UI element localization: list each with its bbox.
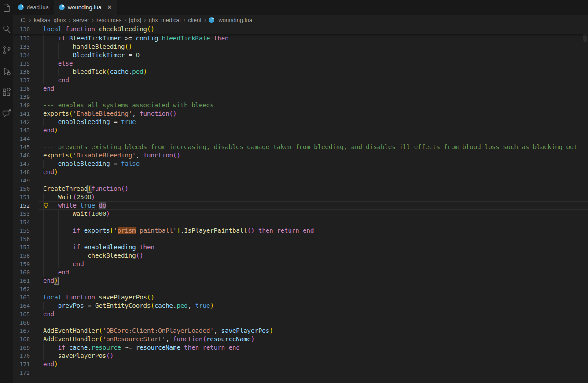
line-number[interactable]: 142 — [13, 118, 30, 126]
close-icon[interactable]: ✕ — [107, 4, 112, 10]
sticky-code-line[interactable]: 130local function checkBleeding() — [13, 25, 588, 33]
line-number[interactable]: 149 — [13, 176, 30, 185]
line-number[interactable]: 155 — [13, 226, 30, 235]
code-line[interactable]: 149 — [13, 176, 588, 185]
source-control-icon[interactable] — [2, 45, 11, 55]
explorer-icon[interactable] — [2, 3, 11, 13]
line-number[interactable]: 141 — [13, 109, 30, 118]
code-line[interactable]: 167AddEventHandler('QBCore:Client:OnPlay… — [13, 327, 588, 335]
code-line[interactable]: 148end) — [13, 168, 588, 176]
line-number[interactable]: 157 — [13, 243, 30, 252]
code-line[interactable]: 150CreateThread(function() — [13, 185, 588, 193]
code-line[interactable]: 170 savePlayerPos() — [13, 352, 588, 360]
line-number[interactable]: 146 — [13, 151, 30, 160]
code-line[interactable]: 166 — [13, 318, 588, 327]
line-number[interactable]: 161 — [13, 277, 30, 285]
code-line[interactable]: 162 — [13, 285, 588, 293]
code-line[interactable]: 139 — [13, 93, 588, 101]
code-line[interactable]: 135 else — [13, 59, 588, 68]
line-number[interactable]: 168 — [13, 335, 30, 343]
breadcrumb-item[interactable]: C: — [19, 17, 28, 23]
line-number[interactable]: 164 — [13, 302, 30, 310]
code-line[interactable]: 160 end — [13, 268, 588, 277]
code-line[interactable]: 155 if exports['prism_paintball']:IsPlay… — [13, 226, 588, 235]
code-line[interactable]: 143end) — [13, 126, 588, 135]
code-line[interactable]: 154 — [13, 218, 588, 226]
line-number[interactable]: 165 — [13, 310, 30, 318]
breadcrumb-item[interactable]: client — [187, 17, 202, 23]
search-icon[interactable] — [2, 24, 11, 34]
line-number[interactable]: 137 — [13, 76, 30, 84]
line-number[interactable]: 139 — [13, 93, 30, 101]
breadcrumb-item[interactable]: wounding.lua — [217, 17, 254, 23]
code-line[interactable]: 153 Wait(1000) — [13, 210, 588, 218]
breadcrumb-item[interactable]: qbx_medical — [147, 17, 182, 23]
code-line[interactable]: 169 if cache.resource ~= resourceName th… — [13, 343, 588, 352]
line-number[interactable]: 159 — [13, 260, 30, 268]
line-number[interactable]: 144 — [13, 135, 30, 143]
code-line[interactable]: 158 checkBleeding() — [13, 252, 588, 260]
line-number[interactable]: 154 — [13, 218, 30, 226]
code-line[interactable]: 133 handleBleeding() — [13, 43, 588, 51]
code-line[interactable]: 142 enableBleeding = true — [13, 118, 588, 126]
line-number[interactable]: 158 — [13, 252, 30, 260]
line-number[interactable]: 145 — [13, 143, 30, 151]
code-line[interactable]: 168AddEventHandler('onResourceStart', fu… — [13, 335, 588, 343]
code-line[interactable]: 145--- prevents existing bleeds from inc… — [13, 143, 588, 151]
line-number[interactable]: 140 — [13, 101, 30, 109]
code-line[interactable]: 141exports('EnableBleeding', function() — [13, 109, 588, 118]
run-debug-icon[interactable] — [2, 66, 11, 76]
code-line[interactable]: 157 if enableBleeding then — [13, 243, 588, 252]
code-line[interactable]: 152 while true do — [13, 201, 588, 210]
line-number[interactable]: 151 — [13, 193, 30, 201]
line-number[interactable]: 130 — [13, 25, 30, 33]
chat-icon[interactable] — [2, 109, 11, 118]
line-number[interactable]: 153 — [13, 210, 30, 218]
line-number[interactable]: 156 — [13, 235, 30, 243]
code-line[interactable]: 172 — [13, 368, 588, 377]
line-number[interactable]: 166 — [13, 318, 30, 327]
line-number[interactable]: 135 — [13, 59, 30, 68]
breadcrumb-item[interactable]: resources — [95, 17, 123, 23]
line-number[interactable]: 171 — [13, 360, 30, 368]
breadcrumb-item[interactable]: [qbx] — [128, 17, 143, 23]
code-line[interactable]: 147 enableBleeding = false — [13, 160, 588, 168]
line-number[interactable]: 143 — [13, 126, 30, 135]
line-number[interactable]: 152 — [13, 201, 30, 210]
line-number[interactable]: 136 — [13, 68, 30, 76]
code-line[interactable]: 165end — [13, 310, 588, 318]
code-line[interactable]: 156 — [13, 235, 588, 243]
line-number[interactable]: 134 — [13, 51, 30, 59]
code-line[interactable]: 159 end — [13, 260, 588, 268]
code-line[interactable]: 146exports('DisableBleeding', function() — [13, 151, 588, 160]
line-number[interactable]: 132 — [13, 34, 30, 43]
line-number[interactable]: 147 — [13, 160, 30, 168]
line-number[interactable]: 172 — [13, 368, 30, 377]
code-line[interactable]: 140--- enables all systems associated wi… — [13, 101, 588, 109]
code-line[interactable]: 161end) — [13, 277, 588, 285]
code-line[interactable]: 134 BleedTickTimer = 0 — [13, 51, 588, 59]
breadcrumb-item[interactable]: server — [72, 17, 90, 23]
line-number[interactable]: 133 — [13, 43, 30, 51]
code-line[interactable]: 132 if BleedTickTimer >= config.bleedTic… — [13, 34, 588, 43]
code-line[interactable]: 136 bleedTick(cache.ped) — [13, 68, 588, 76]
line-number[interactable]: 163 — [13, 293, 30, 302]
line-number[interactable]: 138 — [13, 84, 30, 93]
code-line[interactable]: 163local function savePlayerPos() — [13, 293, 588, 302]
line-number[interactable]: 148 — [13, 168, 30, 176]
code-line[interactable]: 171end) — [13, 360, 588, 368]
extensions-icon[interactable] — [2, 88, 11, 97]
line-number[interactable]: 169 — [13, 343, 30, 352]
line-number[interactable]: 170 — [13, 352, 30, 360]
code-line[interactable]: 144 — [13, 135, 588, 143]
line-number[interactable]: 160 — [13, 268, 30, 277]
code-line[interactable]: 137 end — [13, 76, 588, 84]
code-line[interactable]: 138end — [13, 84, 588, 93]
code-line[interactable]: 151 Wait(2500) — [13, 193, 588, 201]
line-number[interactable]: 167 — [13, 327, 30, 335]
code-area[interactable]: 132 if BleedTickTimer >= config.bleedTic… — [13, 34, 588, 383]
line-number[interactable]: 162 — [13, 285, 30, 293]
tab-dead-lua[interactable]: dead.lua — [13, 0, 54, 15]
breadcrumb-item[interactable]: kafkas_qbox — [33, 17, 67, 23]
line-number[interactable]: 150 — [13, 185, 30, 193]
